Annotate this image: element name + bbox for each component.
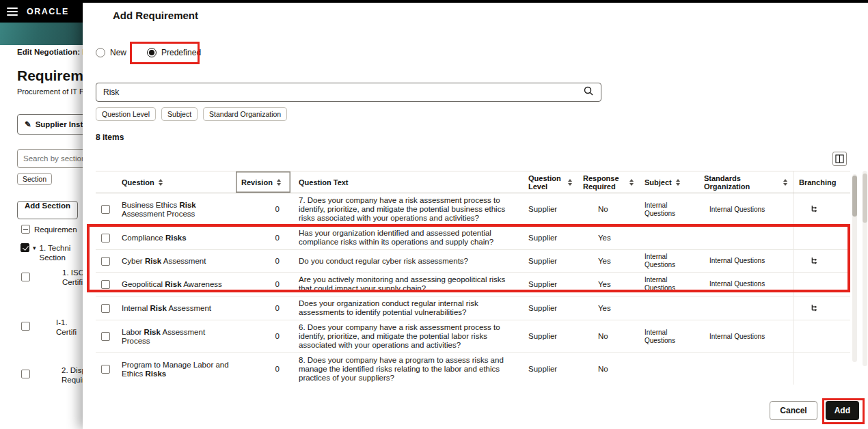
revision-value: 0	[236, 250, 290, 272]
table-row: Internal Risk Assessment0Does your organ…	[96, 296, 850, 320]
filter-chip-subject[interactable]: Subject	[161, 107, 198, 121]
section-tree-item: 1. ISO Certifi	[21, 268, 85, 287]
row-checkbox[interactable]	[101, 205, 110, 214]
question-level: Supplier	[523, 296, 578, 320]
response-required: Yes	[578, 296, 639, 320]
column-header-revision[interactable]: Revision	[236, 171, 290, 193]
menu-icon[interactable]	[7, 8, 18, 16]
tree-checkbox[interactable]	[21, 370, 30, 378]
radio-predefined[interactable]: Predefined	[147, 48, 201, 57]
column-header-question[interactable]: Question	[116, 171, 236, 193]
edit-negotiation-label: Edit Negotiation: RF	[17, 48, 93, 56]
row-checkbox[interactable]	[101, 257, 110, 266]
filter-chip-standard-organization[interactable]: Standard Organization	[203, 107, 287, 121]
row-checkbox[interactable]	[101, 234, 110, 243]
sort-icon[interactable]	[277, 179, 281, 186]
standards-organization-value	[699, 353, 793, 385]
column-header-question-level[interactable]: Question Level	[523, 171, 578, 193]
section-filter-chip[interactable]: Section	[17, 173, 52, 185]
section-tree-item: ▾1. Techni Section	[21, 243, 70, 262]
tree-item-label: 1. ISO Certifi	[62, 268, 85, 287]
table-row: Business Ethics Risk Assessment Process0…	[96, 193, 850, 226]
question-name: Compliance Risks	[116, 226, 236, 249]
add-requirement-modal: Add Requirement New Predefined Risk Ques…	[83, 3, 868, 429]
add-section-button[interactable]: Add Section	[17, 201, 78, 219]
branching-cell	[793, 250, 850, 272]
revision-value: 0	[236, 296, 290, 320]
response-required: Yes	[578, 273, 639, 296]
column-header-standards-organization[interactable]: Standards Organization	[699, 171, 793, 193]
sort-icon[interactable]	[783, 179, 787, 186]
sort-icon[interactable]	[629, 179, 634, 186]
subject-value: Internal Questions	[639, 320, 699, 352]
standards-organization-value	[699, 296, 793, 320]
revision-value: 0	[236, 193, 290, 225]
hero-banner-image	[0, 23, 83, 45]
question-text: 8. Does your company have a program to a…	[290, 353, 523, 385]
table-scrollbar[interactable]	[852, 174, 857, 362]
filter-chip-question-level[interactable]: Question Level	[96, 107, 156, 121]
radio-new-circle-icon[interactable]	[96, 48, 105, 57]
subject-value: Internal Questions	[639, 250, 699, 272]
header-row: QuestionRevisionQuestion TextQuestion Le…	[96, 171, 850, 193]
cancel-button[interactable]: Cancel	[770, 401, 817, 420]
tree-checkbox[interactable]	[21, 322, 30, 331]
row-checkbox[interactable]	[101, 304, 110, 313]
requirements-table-body: Business Ethics Risk Assessment Process0…	[96, 193, 850, 385]
column-header-response-required[interactable]: Response Required	[578, 171, 639, 193]
modal-scrollbar-thumb[interactable]	[863, 174, 867, 223]
response-required: No	[578, 353, 639, 385]
row-checkbox[interactable]	[101, 365, 110, 374]
requirement-type-radios: New Predefined	[96, 48, 201, 57]
modal-footer: Cancel Add	[770, 401, 859, 420]
table-row: Geopolitical Risk Awareness0Are you acti…	[96, 273, 850, 296]
branching-cell	[793, 193, 850, 225]
branching-icon[interactable]	[810, 204, 820, 214]
subject-value: Internal Questions	[639, 273, 699, 296]
response-required: Yes	[578, 226, 639, 249]
radio-new[interactable]: New	[96, 48, 126, 57]
sort-icon[interactable]	[159, 179, 163, 186]
search-icon[interactable]	[583, 85, 594, 99]
tree-checkbox[interactable]	[21, 243, 29, 252]
branching-icon[interactable]	[810, 256, 820, 266]
column-header-subject[interactable]: Subject	[639, 171, 699, 193]
question-name: Business Ethics Risk Assessment Process	[116, 193, 236, 225]
tree-checkbox[interactable]	[21, 225, 30, 234]
tree-checkbox[interactable]	[21, 273, 30, 281]
subject-value: Internal Questions	[639, 193, 699, 225]
question-name: Internal Risk Assessment	[116, 296, 236, 320]
response-required: Yes	[578, 250, 639, 272]
branching-cell	[793, 273, 850, 296]
pencil-icon: ✎	[25, 120, 31, 129]
revision-value: 0	[236, 226, 290, 249]
expand-caret-icon[interactable]: ▾	[33, 245, 36, 251]
sort-icon[interactable]	[568, 179, 572, 186]
filter-chips: Question LevelSubjectStandard Organizati…	[96, 107, 287, 121]
column-selector-button[interactable]	[832, 152, 847, 166]
radio-predefined-circle-icon[interactable]	[147, 48, 157, 57]
branching-icon[interactable]	[810, 303, 820, 314]
section-tree-item: Requiremen	[21, 225, 77, 234]
question-name: Labor Risk Assessment Process	[116, 320, 236, 352]
question-text: 6. Does your company have a risk assessm…	[290, 320, 523, 352]
standards-organization-value: Internal Questions	[699, 250, 793, 272]
table-scrollbar-thumb[interactable]	[852, 176, 857, 217]
subject-value	[639, 226, 699, 249]
response-required: No	[578, 320, 639, 352]
row-checkbox[interactable]	[101, 332, 110, 341]
standards-organization-value: Internal Questions	[699, 273, 793, 296]
screen: ORACLE Edit Negotiation: RF Requireme Pr…	[0, 0, 868, 429]
question-name: Geopolitical Risk Awareness	[116, 273, 236, 296]
sort-icon[interactable]	[676, 179, 680, 186]
question-search-input[interactable]: Risk	[96, 83, 601, 102]
add-button[interactable]: Add	[826, 401, 859, 420]
row-checkbox[interactable]	[101, 280, 110, 289]
modal-scrollbar[interactable]	[863, 171, 867, 366]
table-row: Compliance Risks0Has your organization i…	[96, 226, 850, 250]
branching-cell	[793, 296, 850, 320]
revision-value: 0	[236, 320, 290, 352]
header-checkbox-cell	[96, 171, 116, 193]
question-text: Are you actively monitoring and assessin…	[290, 273, 523, 296]
question-level: Supplier	[523, 273, 578, 296]
